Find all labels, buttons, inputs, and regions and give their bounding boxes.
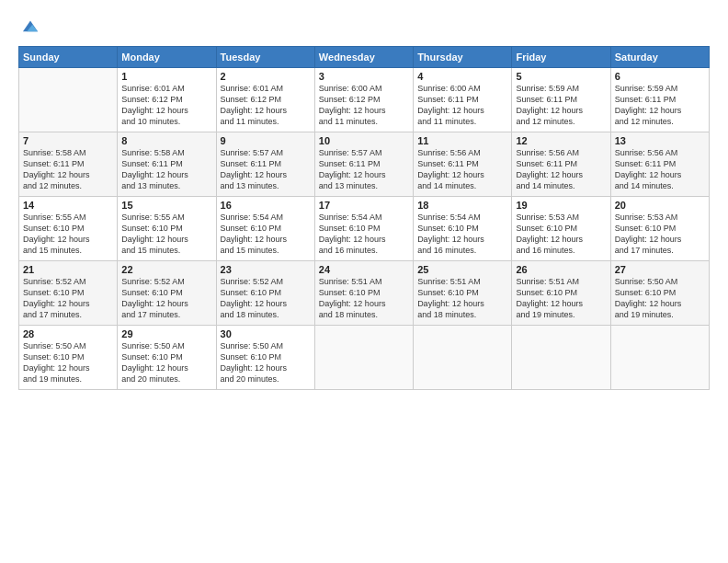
col-header-friday: Friday <box>512 47 610 68</box>
col-header-sunday: Sunday <box>19 47 118 68</box>
day-info: Sunrise: 5:56 AM Sunset: 6:11 PM Dayligh… <box>516 147 606 192</box>
day-number: 5 <box>516 71 606 82</box>
day-info: Sunrise: 5:58 AM Sunset: 6:11 PM Dayligh… <box>121 147 211 192</box>
day-number: 9 <box>221 135 311 146</box>
calendar-body: 1Sunrise: 6:01 AM Sunset: 6:12 PM Daylig… <box>19 68 710 390</box>
day-number: 15 <box>121 200 211 211</box>
day-info: Sunrise: 5:58 AM Sunset: 6:11 PM Dayligh… <box>23 147 113 192</box>
day-info: Sunrise: 5:52 AM Sunset: 6:10 PM Dayligh… <box>121 276 211 321</box>
day-number: 12 <box>516 135 606 146</box>
calendar-cell: 4Sunrise: 6:00 AM Sunset: 6:11 PM Daylig… <box>414 68 512 132</box>
calendar-cell: 24Sunrise: 5:51 AM Sunset: 6:10 PM Dayli… <box>314 261 413 326</box>
day-number: 29 <box>121 328 211 339</box>
day-info: Sunrise: 5:56 AM Sunset: 6:11 PM Dayligh… <box>615 147 705 192</box>
day-info: Sunrise: 5:56 AM Sunset: 6:11 PM Dayligh… <box>417 147 507 192</box>
day-info: Sunrise: 5:57 AM Sunset: 6:11 PM Dayligh… <box>319 147 409 192</box>
day-number: 4 <box>417 71 507 82</box>
day-number: 6 <box>615 71 705 82</box>
day-info: Sunrise: 6:00 AM Sunset: 6:11 PM Dayligh… <box>417 83 507 128</box>
calendar-cell: 29Sunrise: 5:50 AM Sunset: 6:10 PM Dayli… <box>118 326 216 390</box>
day-number: 19 <box>516 200 606 211</box>
col-header-tuesday: Tuesday <box>216 47 314 68</box>
header <box>18 17 710 37</box>
day-info: Sunrise: 5:50 AM Sunset: 6:10 PM Dayligh… <box>221 340 311 385</box>
day-number: 8 <box>121 135 211 146</box>
day-info: Sunrise: 5:51 AM Sunset: 6:10 PM Dayligh… <box>516 276 606 321</box>
day-number: 23 <box>221 264 311 275</box>
calendar-cell <box>19 68 118 132</box>
calendar-cell: 25Sunrise: 5:51 AM Sunset: 6:10 PM Dayli… <box>414 261 512 326</box>
calendar-cell: 3Sunrise: 6:00 AM Sunset: 6:12 PM Daylig… <box>314 68 413 132</box>
day-info: Sunrise: 5:53 AM Sunset: 6:10 PM Dayligh… <box>516 212 606 257</box>
day-info: Sunrise: 5:55 AM Sunset: 6:10 PM Dayligh… <box>23 212 113 257</box>
col-header-thursday: Thursday <box>414 47 512 68</box>
day-number: 3 <box>319 71 409 82</box>
calendar-cell: 18Sunrise: 5:54 AM Sunset: 6:10 PM Dayli… <box>414 197 512 261</box>
calendar-cell: 14Sunrise: 5:55 AM Sunset: 6:10 PM Dayli… <box>19 197 118 261</box>
day-info: Sunrise: 5:52 AM Sunset: 6:10 PM Dayligh… <box>221 276 311 321</box>
calendar-cell: 30Sunrise: 5:50 AM Sunset: 6:10 PM Dayli… <box>216 326 314 390</box>
day-number: 21 <box>23 264 113 275</box>
calendar-cell: 12Sunrise: 5:56 AM Sunset: 6:11 PM Dayli… <box>512 132 610 197</box>
day-number: 22 <box>121 264 211 275</box>
day-number: 30 <box>221 328 311 339</box>
day-info: Sunrise: 5:54 AM Sunset: 6:10 PM Dayligh… <box>417 212 507 257</box>
day-info: Sunrise: 6:01 AM Sunset: 6:12 PM Dayligh… <box>221 83 311 128</box>
calendar-cell: 8Sunrise: 5:58 AM Sunset: 6:11 PM Daylig… <box>118 132 216 197</box>
calendar-header: SundayMondayTuesdayWednesdayThursdayFrid… <box>19 47 710 68</box>
day-number: 17 <box>319 200 409 211</box>
week-row-3: 14Sunrise: 5:55 AM Sunset: 6:10 PM Dayli… <box>19 197 710 261</box>
day-number: 7 <box>23 135 113 146</box>
calendar-cell: 16Sunrise: 5:54 AM Sunset: 6:10 PM Dayli… <box>216 197 314 261</box>
calendar-cell: 26Sunrise: 5:51 AM Sunset: 6:10 PM Dayli… <box>512 261 610 326</box>
day-info: Sunrise: 5:53 AM Sunset: 6:10 PM Dayligh… <box>615 212 705 257</box>
logo-icon <box>20 17 40 37</box>
calendar-cell: 11Sunrise: 5:56 AM Sunset: 6:11 PM Dayli… <box>414 132 512 197</box>
day-info: Sunrise: 5:59 AM Sunset: 6:11 PM Dayligh… <box>615 83 705 128</box>
calendar-cell: 28Sunrise: 5:50 AM Sunset: 6:10 PM Dayli… <box>19 326 118 390</box>
day-number: 28 <box>23 328 113 339</box>
calendar-cell: 22Sunrise: 5:52 AM Sunset: 6:10 PM Dayli… <box>118 261 216 326</box>
day-number: 27 <box>615 264 705 275</box>
day-info: Sunrise: 5:50 AM Sunset: 6:10 PM Dayligh… <box>615 276 705 321</box>
day-number: 26 <box>516 264 606 275</box>
calendar-cell: 23Sunrise: 5:52 AM Sunset: 6:10 PM Dayli… <box>216 261 314 326</box>
col-header-monday: Monday <box>118 47 216 68</box>
calendar-cell: 6Sunrise: 5:59 AM Sunset: 6:11 PM Daylig… <box>610 68 709 132</box>
week-row-2: 7Sunrise: 5:58 AM Sunset: 6:11 PM Daylig… <box>19 132 710 197</box>
day-number: 16 <box>221 200 311 211</box>
day-info: Sunrise: 5:51 AM Sunset: 6:10 PM Dayligh… <box>319 276 409 321</box>
day-info: Sunrise: 6:01 AM Sunset: 6:12 PM Dayligh… <box>121 83 211 128</box>
day-number: 20 <box>615 200 705 211</box>
calendar-cell: 10Sunrise: 5:57 AM Sunset: 6:11 PM Dayli… <box>314 132 413 197</box>
calendar-cell: 2Sunrise: 6:01 AM Sunset: 6:12 PM Daylig… <box>216 68 314 132</box>
day-info: Sunrise: 5:50 AM Sunset: 6:10 PM Dayligh… <box>121 340 211 385</box>
day-number: 2 <box>221 71 311 82</box>
calendar-cell: 20Sunrise: 5:53 AM Sunset: 6:10 PM Dayli… <box>610 197 709 261</box>
calendar-cell: 19Sunrise: 5:53 AM Sunset: 6:10 PM Dayli… <box>512 197 610 261</box>
day-info: Sunrise: 5:57 AM Sunset: 6:11 PM Dayligh… <box>221 147 311 192</box>
day-info: Sunrise: 5:52 AM Sunset: 6:10 PM Dayligh… <box>23 276 113 321</box>
calendar-cell <box>414 326 512 390</box>
calendar-cell: 27Sunrise: 5:50 AM Sunset: 6:10 PM Dayli… <box>610 261 709 326</box>
calendar-cell: 7Sunrise: 5:58 AM Sunset: 6:11 PM Daylig… <box>19 132 118 197</box>
day-number: 10 <box>319 135 409 146</box>
calendar-cell: 1Sunrise: 6:01 AM Sunset: 6:12 PM Daylig… <box>118 68 216 132</box>
day-number: 13 <box>615 135 705 146</box>
col-header-wednesday: Wednesday <box>314 47 413 68</box>
day-info: Sunrise: 5:55 AM Sunset: 6:10 PM Dayligh… <box>121 212 211 257</box>
day-number: 11 <box>417 135 507 146</box>
header-row: SundayMondayTuesdayWednesdayThursdayFrid… <box>19 47 710 68</box>
week-row-1: 1Sunrise: 6:01 AM Sunset: 6:12 PM Daylig… <box>19 68 710 132</box>
calendar-cell: 13Sunrise: 5:56 AM Sunset: 6:11 PM Dayli… <box>610 132 709 197</box>
day-number: 14 <box>23 200 113 211</box>
week-row-4: 21Sunrise: 5:52 AM Sunset: 6:10 PM Dayli… <box>19 261 710 326</box>
page: SundayMondayTuesdayWednesdayThursdayFrid… <box>0 0 728 563</box>
calendar-cell: 5Sunrise: 5:59 AM Sunset: 6:11 PM Daylig… <box>512 68 610 132</box>
calendar-cell: 21Sunrise: 5:52 AM Sunset: 6:10 PM Dayli… <box>19 261 118 326</box>
logo <box>18 17 40 37</box>
col-header-saturday: Saturday <box>610 47 709 68</box>
calendar-cell <box>512 326 610 390</box>
day-info: Sunrise: 5:50 AM Sunset: 6:10 PM Dayligh… <box>23 340 113 385</box>
calendar-cell <box>314 326 413 390</box>
